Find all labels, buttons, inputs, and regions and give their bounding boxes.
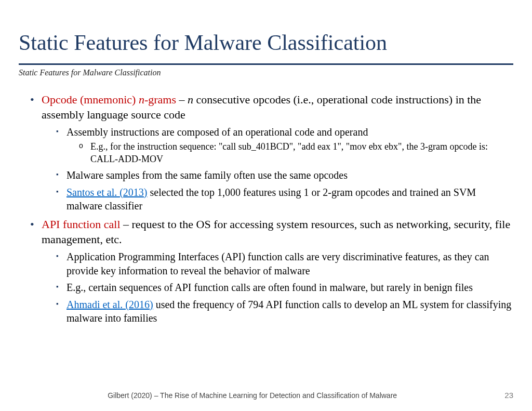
sub-item: E.g., certain sequences of API function …	[56, 281, 513, 294]
sub-item: Ahmadi et al. (2016) used the frequency …	[56, 298, 513, 325]
reference-link-ahmadi[interactable]: Ahmadi et al. (2016)	[66, 299, 153, 310]
sub-list: Assembly instructions are composed of an…	[42, 125, 513, 213]
slide-title: Static Features for Malware Classificati…	[19, 30, 513, 55]
sub-item: Application Programming Interfaces (API)…	[56, 250, 513, 277]
sub-item: Assembly instructions are composed of an…	[56, 125, 513, 165]
title-rule	[19, 63, 513, 65]
reference-link-santos[interactable]: Santos et al. (2013)	[66, 187, 148, 198]
sub-item: Santos et al. (2013) selected the top 1,…	[56, 185, 513, 213]
slide-footer: Gilbert (2020) – The Rise of Machine Lea…	[0, 391, 532, 400]
bullet-lead: API function call	[42, 218, 121, 231]
slide-subtitle: Static Features for Malware Classificati…	[19, 68, 513, 77]
bullet-lead: Opcode (mnemonic) n-grams	[42, 93, 176, 106]
bullet-api: API function call – request to the OS fo…	[30, 217, 513, 325]
slide-body: Static Features for Malware Classificati…	[0, 0, 532, 325]
subsub-list: E.g., for the instruction sequence: "cal…	[66, 141, 513, 165]
subsub-item: E.g., for the instruction sequence: "cal…	[79, 141, 513, 165]
bullet-list: Opcode (mnemonic) n-grams – n consecutiv…	[19, 92, 513, 325]
bullet-opcode: Opcode (mnemonic) n-grams – n consecutiv…	[30, 92, 513, 213]
sub-list: Application Programming Interfaces (API)…	[42, 250, 513, 325]
footer-citation: Gilbert (2020) – The Rise of Machine Lea…	[0, 391, 504, 400]
sub-item: Malware samples from the same family oft…	[56, 168, 513, 182]
page-number: 23	[504, 391, 513, 400]
